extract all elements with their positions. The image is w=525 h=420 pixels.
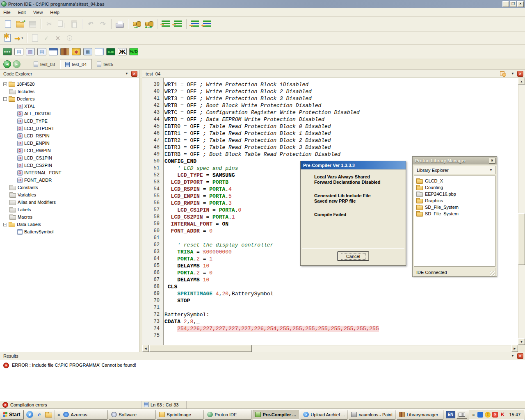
uncomment-block-button[interactable] (201, 18, 213, 30)
quick-launch-ie-icon[interactable]: e (26, 411, 33, 418)
results-menu-icon[interactable]: ▼ (508, 354, 517, 358)
update-alert-icon[interactable]: ! (485, 412, 491, 418)
tree-item-batterysymbol[interactable]: BatterySymbol (1, 228, 139, 235)
code-line[interactable]: DELAYMS 10 (164, 276, 518, 283)
vertical-scroll-thumb[interactable] (518, 213, 525, 265)
glcd-display-button[interactable]: GLCD (105, 46, 116, 57)
collapse-icon[interactable]: - (3, 223, 7, 226)
indent-button[interactable] (160, 18, 172, 30)
code-line[interactable]: WRT1 = OFF ; Write Protection Block 1Dis… (164, 81, 518, 88)
taskbar-button-software[interactable]: Software (109, 410, 155, 420)
tree-item-lcd_cs1pin[interactable]: DLCD_CS1PIN (1, 154, 139, 162)
scroll-down-icon[interactable]: ▼ (518, 338, 525, 345)
library-item-graphics[interactable]: Graphics (414, 197, 495, 204)
editor-vertical-scrollbar[interactable]: ▲ ▼ (518, 78, 525, 345)
calculator-button[interactable]: ▦ (82, 46, 94, 57)
scroll-right-icon[interactable]: ▶ (511, 345, 518, 352)
taskbar-button-librarymanager[interactable]: Librarymanager (397, 410, 443, 420)
panel-splitter[interactable] (139, 70, 142, 352)
editor-close-icon[interactable]: × (517, 71, 523, 77)
tree-item-all_digital[interactable]: DALL_DIGITAL (1, 110, 139, 117)
menu-help[interactable]: Help (50, 10, 59, 15)
open-file-button[interactable] (14, 18, 26, 30)
taskbar-button-pre-compiler-[interactable]: Pre-Compiler ... (253, 410, 299, 420)
taskbar-button-sprintimage[interactable]: SprintImage (157, 410, 203, 420)
percent-display-button[interactable]: %/O (128, 46, 139, 57)
library-explorer-dropdown[interactable]: Library Explorer ▼ (414, 166, 495, 174)
language-indicator[interactable]: EN (446, 411, 455, 418)
tree-item-lcd_rspin[interactable]: DLCD_RSPIN (1, 132, 139, 139)
code-line[interactable]: WRTD = OFF ; Data EEPROM Write Protectio… (164, 116, 518, 123)
code-line[interactable]: EBTR1 = OFF ; Table Read Protection Bloc… (164, 130, 518, 137)
code-line[interactable]: WRT3 = OFF ; Write Protection Block 3 Di… (164, 95, 518, 102)
library-item-sd_file_system[interactable]: SD_File_System (414, 210, 495, 217)
tray-chevron-icon[interactable]: « (471, 412, 475, 417)
results-close-icon[interactable]: × (517, 353, 523, 359)
cancel-button[interactable]: Cancel (337, 251, 369, 261)
scroll-left-icon[interactable]: ◀ (142, 345, 149, 352)
library-item-glcd_x[interactable]: GLCD_X (414, 178, 495, 184)
outdent-button[interactable] (172, 18, 184, 30)
tree-item-lcd_enpin[interactable]: DLCD_ENPIN (1, 139, 139, 147)
tree-item-lcd_rwpin[interactable]: DLCD_RWPIN (1, 147, 139, 154)
print-button[interactable] (114, 18, 126, 30)
code-line[interactable]: EBTR2 = OFF ; Table Read Protection Bloc… (164, 137, 518, 144)
library-item-counting[interactable]: Counting (414, 184, 495, 191)
plugin-button[interactable]: ∗ (71, 46, 82, 57)
details-view-button[interactable]: ▤ (13, 46, 25, 57)
compile-and-program-button[interactable]: →▼ (13, 33, 25, 43)
nav-back-button[interactable]: ◀ (3, 60, 11, 68)
collapse-icon[interactable]: - (3, 97, 7, 101)
code-line[interactable]: CDATA 2,8,_ (164, 318, 518, 325)
bug-spider-button[interactable]: Ж (116, 46, 128, 57)
menu-view[interactable]: View (33, 10, 43, 15)
scroll-up-icon[interactable]: ▲ (518, 78, 525, 84)
quick-launch-folder-icon[interactable] (45, 413, 52, 418)
tree-item-declares[interactable]: -Declares (1, 95, 139, 103)
resize-grip[interactable] (490, 271, 495, 276)
tree-item-alias-and-modifiers[interactable]: Alias and Modifiers (1, 199, 139, 206)
code-line[interactable]: BatterySymbol: (164, 311, 518, 318)
tab-test_03[interactable]: test_03 (29, 59, 60, 69)
quick-launch-overflow-icon[interactable]: » (57, 412, 61, 417)
code-explorer-close-icon[interactable]: × (131, 71, 137, 77)
code-line[interactable] (164, 304, 518, 311)
tree-item-includes[interactable]: Includes (1, 88, 139, 95)
tree-item-lcd_cs2pin[interactable]: DLCD_CS2PIN (1, 162, 139, 169)
library-item-sd_file_system[interactable]: SD_File_System (414, 204, 495, 210)
blank-page-button[interactable] (94, 46, 105, 57)
restore-button[interactable]: ❐ (510, 1, 516, 7)
cascade-windows-icon[interactable] (500, 71, 506, 76)
copy-pages-button[interactable]: ▥ (25, 46, 36, 57)
quick-launch-browser-icon[interactable]: e (36, 411, 43, 418)
pcb-board-button[interactable]: ▪▪▪ (2, 46, 13, 57)
tree-item-variables[interactable]: Variables (1, 191, 139, 199)
code-explorer-menu-icon[interactable]: ▼ (122, 72, 131, 75)
close-button[interactable]: × (517, 1, 524, 7)
code-line[interactable]: 254,226,227,227,227,227,226,254,255,255,… (164, 325, 518, 332)
duplicate-page-button[interactable]: ▤ (36, 46, 48, 57)
code-line[interactable]: SPRINTIMAGE 4,20,BatterySymbol (164, 290, 518, 297)
azureus-tray-icon[interactable] (477, 412, 483, 418)
kaspersky-icon[interactable]: K (500, 412, 505, 418)
minimize-button[interactable]: _ (502, 1, 509, 7)
code-line[interactable]: WRT2 = OFF ; Write Protection Block 2 Di… (164, 88, 518, 95)
taskbar-button-upload-archief-[interactable]: eUpload Archief ... (301, 410, 347, 420)
tree-item-labels[interactable]: Labels (1, 206, 139, 213)
code-line[interactable]: WRTC = OFF ; Configuration Register Writ… (164, 109, 518, 116)
taskbar-button-proton-ide[interactable]: Proton IDE (205, 410, 251, 420)
menu-file[interactable]: File (3, 10, 11, 15)
tree-item-internal_font[interactable]: DINTERNAL_FONT (1, 169, 139, 176)
code-line[interactable]: STOP (164, 297, 518, 304)
library-manager-close-icon[interactable]: × (489, 158, 495, 164)
tree-item-18f4520[interactable]: +18F4520 (1, 80, 139, 88)
error-message[interactable]: ERROR : Include file C:\PIC PROGRAMMA' C… (12, 363, 136, 368)
library-books-button[interactable] (59, 46, 71, 57)
keyboard-layout-button[interactable] (457, 411, 467, 419)
nav-forward-button[interactable]: ▶ (13, 60, 21, 68)
library-item-eep24c16.pbp[interactable]: EEP24C16.pbp (414, 191, 495, 197)
editor-menu-icon[interactable]: ▼ (508, 72, 517, 75)
tree-item-macros[interactable]: Macros (1, 213, 139, 221)
taskbar-button-naamloos-paint[interactable]: naamloos - Paint (349, 410, 395, 420)
tree-item-xtal[interactable]: DXTAL (1, 103, 139, 110)
